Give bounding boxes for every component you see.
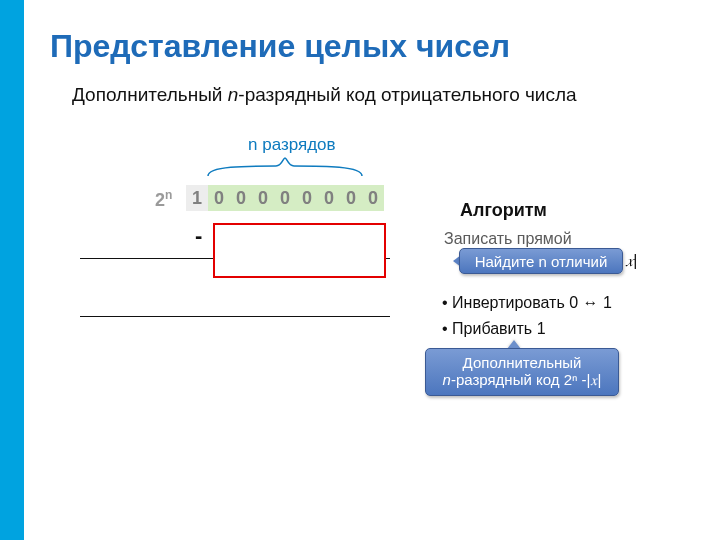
bit-cell: 0: [362, 185, 384, 211]
brace-label: n разрядов: [248, 135, 336, 155]
minus-sign: -: [195, 223, 202, 249]
callout-find-n-differences: Найдите n отличий: [459, 248, 623, 274]
two-exp: n: [165, 188, 172, 202]
bit-cell: 0: [208, 185, 230, 211]
subtitle-n: n: [228, 84, 239, 105]
page-title: Представление целых чисел: [50, 28, 510, 65]
bit-cell: 0: [274, 185, 296, 211]
algorithm-step-covered: Записать прямой: [444, 230, 572, 248]
callout2-line2: -разрядный код 2ⁿ -|𝑥|: [451, 371, 601, 388]
bit-cell: 0: [252, 185, 274, 211]
algorithm-heading: Алгоритм: [460, 200, 547, 221]
two-base: 2: [155, 190, 165, 210]
curly-brace-icon: [186, 154, 384, 178]
bit-cell: 0: [340, 185, 362, 211]
bit-cell: 0: [230, 185, 252, 211]
subtitle: Дополнительный n-разрядный код отрицател…: [72, 84, 577, 106]
bit-cell: 1: [186, 185, 208, 211]
subtitle-post: -разрядный код отрицательного числа: [238, 84, 576, 105]
accent-stripe: [0, 0, 24, 540]
bit-cell: 0: [318, 185, 340, 211]
subtitle-pre: Дополнительный: [72, 84, 228, 105]
callout2-line1: Дополнительный: [463, 354, 582, 371]
two-to-n-label: 2n: [155, 188, 172, 211]
callout2-n: n: [443, 371, 451, 388]
algorithm-step: Прибавить 1: [442, 316, 612, 342]
highlight-box: [213, 223, 386, 278]
bit-row: 1 0 0 0 0 0 0 0 0: [186, 185, 384, 211]
callout-twos-complement-formula: Дополнительный n-разрядный код 2ⁿ -|𝑥|: [425, 348, 619, 396]
bit-cell: 0: [296, 185, 318, 211]
divider-line: [80, 316, 390, 317]
algorithm-steps: Инвертировать 0 ↔ 1 Прибавить 1: [442, 290, 612, 342]
algorithm-step: Инвертировать 0 ↔ 1: [442, 290, 612, 316]
algorithm-absx-fragment: 𝑥|: [626, 252, 637, 270]
